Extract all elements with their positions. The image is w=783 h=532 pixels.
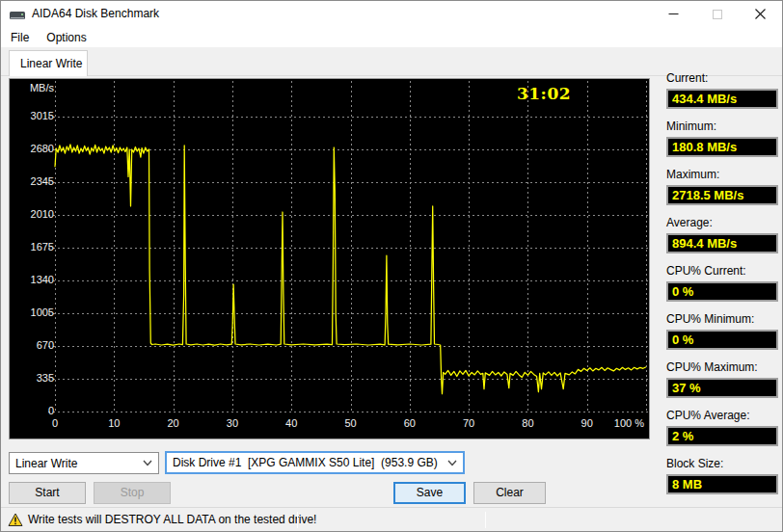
stat-label: Minimum: — [666, 120, 778, 134]
stat-value: 37 % — [666, 378, 778, 398]
drive-select-value: Disk Drive #1 [XPG GAMMIX S50 Lite] (953… — [173, 456, 447, 469]
y-axis-label: 1005 — [10, 306, 54, 318]
y-axis-label: 670 — [10, 339, 54, 351]
stat-value: 2718.5 MB/s — [666, 185, 778, 205]
y-axis-label: 1675 — [10, 241, 54, 253]
x-axis-label: 80 — [508, 417, 547, 429]
stat-label: CPU% Current: — [666, 264, 778, 279]
y-axis-label: 2680 — [10, 143, 54, 154]
x-axis-label: 90 — [568, 417, 607, 429]
benchmark-trace — [55, 145, 646, 394]
y-axis-label: 3015 — [10, 110, 54, 121]
y-axis-label: 2010 — [10, 208, 54, 220]
y-axis-label: 1340 — [10, 274, 54, 285]
stat-value: 0 % — [666, 281, 778, 302]
menu-file[interactable]: File — [3, 29, 37, 46]
elapsed-time: 31:02 — [503, 84, 584, 103]
stat-current: Current: 434.4 MB/s — [666, 71, 778, 109]
stat-value: 8 MB — [666, 474, 778, 494]
benchmark-chart: MB/s 31:02 30152680234520101675134010056… — [9, 78, 650, 439]
stat-value: 180.8 MB/s — [666, 137, 778, 157]
clear-button[interactable]: Clear — [473, 482, 546, 504]
status-divider — [485, 512, 486, 528]
stat-value: 2 % — [666, 426, 778, 446]
close-button[interactable] — [739, 1, 782, 27]
chevron-down-icon — [447, 460, 457, 466]
y-axis-label: 335 — [10, 372, 54, 384]
stat-maximum: Maximum: 2718.5 MB/s — [666, 168, 778, 205]
stop-button: Stop — [94, 482, 171, 504]
status-divider — [297, 512, 298, 528]
maximize-icon — [713, 10, 722, 19]
stat-minimum: Minimum: 180.8 MB/s — [666, 120, 778, 157]
stat-value: 0 % — [666, 330, 778, 350]
x-axis-label: 50 — [332, 417, 370, 429]
stat-average: Average: 894.4 MB/s — [666, 216, 778, 253]
y-axis-label: 2345 — [10, 175, 54, 187]
stat-block-size: Block Size: 8 MB — [666, 457, 778, 494]
stat-label: CPU% Maximum: — [666, 360, 778, 375]
drive-select[interactable]: Disk Drive #1 [XPG GAMMIX S50 Lite] (953… — [165, 451, 465, 474]
x-axis-label: 10 — [94, 417, 133, 429]
tab-strip-divider — [1, 75, 782, 76]
x-axis-label: 0 — [36, 417, 74, 429]
menu-options[interactable]: Options — [39, 29, 94, 46]
start-button[interactable]: Start — [9, 482, 86, 504]
stat-value: 894.4 MB/s — [666, 233, 778, 253]
minimize-icon — [668, 9, 679, 19]
x-axis-label: 70 — [449, 417, 488, 429]
warning-icon — [8, 513, 23, 531]
stat-label: CPU% Average: — [666, 409, 778, 423]
title-bar: AIDA64 Disk Benchmark — [1, 1, 782, 27]
x-axis-label: 60 — [391, 417, 429, 429]
chart-plot — [10, 79, 649, 439]
maximize-button — [695, 1, 739, 27]
x-axis-label: 30 — [213, 417, 252, 429]
stat-label: Block Size: — [666, 457, 778, 471]
stats-panel: Current: 434.4 MB/s Minimum: 180.8 MB/s … — [666, 71, 778, 505]
window-title: AIDA64 Disk Benchmark — [32, 7, 159, 20]
tab-linear-write[interactable]: Linear Write — [9, 50, 88, 76]
stat-label: Maximum: — [666, 168, 778, 182]
stat-cpu-average: CPU% Average: 2 % — [666, 409, 778, 446]
stat-cpu-maximum: CPU% Maximum: 37 % — [666, 360, 778, 398]
minimize-button[interactable] — [652, 1, 695, 27]
close-icon — [755, 9, 766, 19]
save-button[interactable]: Save — [393, 482, 466, 504]
status-bar: Write tests will DESTROY ALL DATA on the… — [1, 507, 782, 531]
test-type-select[interactable]: Linear Write — [9, 452, 159, 474]
menu-bar: File Options — [1, 27, 782, 47]
y-axis-unit: MB/s — [10, 82, 54, 93]
stat-cpu-current: CPU% Current: 0 % — [666, 264, 778, 302]
stat-value: 434.4 MB/s — [666, 89, 778, 109]
status-warning-text: Write tests will DESTROY ALL DATA on the… — [28, 513, 316, 526]
x-axis-label: 20 — [154, 417, 193, 429]
app-window: AIDA64 Disk Benchmark File Options Linea… — [0, 0, 783, 532]
stat-label: CPU% Minimum: — [666, 312, 778, 327]
x-axis-label: 40 — [272, 417, 310, 429]
chevron-down-icon — [143, 460, 152, 466]
app-icon — [10, 9, 25, 26]
test-type-value: Linear Write — [15, 457, 143, 470]
x-axis-label: 100 % — [606, 417, 644, 429]
stat-cpu-minimum: CPU% Minimum: 0 % — [666, 312, 778, 350]
y-axis-label: 0 — [10, 405, 54, 416]
stat-label: Average: — [666, 216, 778, 230]
stat-label: Current: — [666, 71, 778, 86]
